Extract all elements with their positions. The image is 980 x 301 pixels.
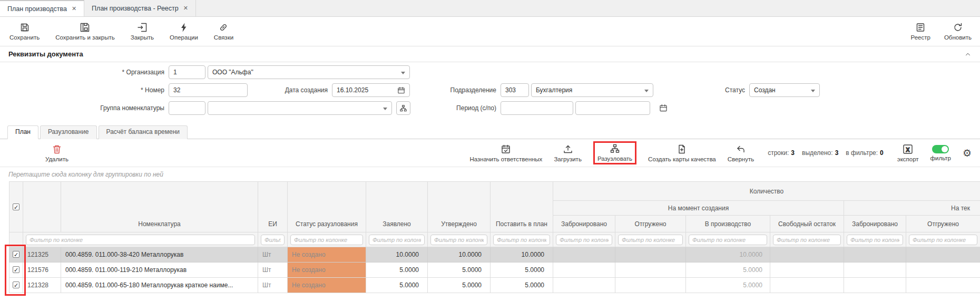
window-tab-bar: План производства ✕ План производства - … (0, 0, 980, 17)
period-calendar-button[interactable] (656, 101, 670, 115)
unravel-button[interactable]: Разузловать (597, 143, 632, 162)
column-header-free[interactable]: Свободный остаток (770, 216, 844, 232)
chevron-down-icon (401, 72, 405, 74)
row-checkbox-cell: ✓ (9, 263, 23, 278)
cell-id: 121328 (23, 278, 61, 293)
column-header-declared[interactable]: Заявлено (366, 182, 428, 232)
table-row[interactable]: ✓ 121576 000.4859. 011.000-119-210 Метал… (9, 263, 980, 278)
toggle-on-icon[interactable] (932, 145, 949, 153)
cell-shipped (615, 247, 686, 263)
gear-icon[interactable]: ⚙ (963, 148, 972, 158)
column-header-to-plan[interactable]: Поставить в план (491, 182, 553, 232)
cell-id: 121576 (23, 263, 61, 278)
column-header-production[interactable]: В производство (686, 216, 770, 232)
row-checkbox[interactable]: ✓ (13, 251, 19, 258)
cell-status: Не создано (288, 247, 366, 263)
filter-input-booked[interactable] (556, 235, 612, 245)
column-header-shipped[interactable]: Отгружено (615, 216, 686, 232)
cell-declared: 5.0000 (366, 263, 428, 278)
create-quality-maps-button[interactable]: Создать карты качества (648, 144, 716, 162)
annotation-box-unravel: Разузловать (593, 141, 636, 164)
filter-input-declared[interactable] (369, 235, 425, 245)
filter-input-approved[interactable] (430, 235, 487, 245)
window-tab-plan[interactable]: План производства ✕ (0, 0, 84, 16)
column-header-id[interactable] (23, 182, 61, 232)
assign-responsible-button[interactable]: Назначить ответственных (470, 144, 543, 162)
nomenclature-group-code-field[interactable] (169, 101, 205, 115)
filter-input-booked2[interactable] (847, 235, 903, 245)
cell-booked (553, 263, 615, 278)
save-icon (19, 22, 30, 33)
column-header-booked2[interactable]: Забронировано (844, 216, 906, 232)
link-icon (218, 22, 229, 33)
delete-button[interactable]: Удалить (45, 144, 68, 162)
table-row[interactable]: ✓ 121325 000.4859. 011.000-38-420 Металл… (9, 247, 980, 263)
tab-unraveling[interactable]: Разузлование (40, 125, 97, 139)
column-header-shipped2[interactable]: Отгружено (906, 216, 980, 232)
row-checkbox[interactable]: ✓ (13, 281, 19, 288)
department-value: Бухгалтерия (536, 86, 572, 94)
main-toolbar: Сохранить Сохранить и закрыть Закрыть Оп… (0, 17, 980, 46)
close-tab-icon[interactable]: ✕ (72, 5, 76, 12)
period-from-field[interactable] (501, 101, 573, 115)
row-checkbox[interactable]: ✓ (13, 266, 19, 273)
organization-code-field[interactable] (169, 65, 205, 79)
collapse-label: Свернуть (728, 156, 754, 162)
load-button[interactable]: Загрузить (554, 144, 582, 162)
filter-toggle-button[interactable]: фильтр (930, 145, 951, 161)
tab-plan[interactable]: План (7, 125, 38, 139)
links-button[interactable]: Связки (214, 22, 233, 41)
department-code-field[interactable] (501, 83, 529, 97)
cell-shipped (615, 278, 686, 293)
period-to-field[interactable] (575, 101, 650, 115)
filter-input-shipped[interactable] (618, 235, 683, 245)
close-button[interactable]: Закрыть (131, 22, 154, 41)
close-tab-icon[interactable]: ✕ (183, 5, 188, 12)
band-at-creation: На момент создания (553, 201, 844, 216)
nomenclature-group-label: Группа номенклатуры (0, 101, 164, 115)
grid-counters: строки:3 выделено:3 в фильтре:0 (768, 149, 884, 157)
save-and-close-button[interactable]: Сохранить и закрыть (55, 22, 115, 41)
filter-input-to-plan[interactable] (493, 235, 550, 245)
cell-booked2 (844, 247, 906, 263)
filter-input-production[interactable] (689, 235, 767, 245)
row-checkbox-cell: ✓ (9, 278, 23, 293)
cell-unit: Шт (258, 263, 288, 278)
filter-input-nomenclature[interactable] (26, 235, 255, 245)
status-select[interactable]: Создан (749, 83, 820, 97)
nomenclature-group-select[interactable] (208, 101, 392, 115)
save-button[interactable]: Сохранить (9, 22, 40, 41)
cell-production: 5.0000 (686, 263, 770, 278)
filter-input-shipped2[interactable] (909, 235, 977, 245)
collapse-button[interactable]: Свернуть (728, 144, 754, 162)
tab-time-balance[interactable]: Расчёт баланса времени (99, 125, 188, 139)
close-label: Закрыть (131, 34, 154, 41)
filter-input-free[interactable] (773, 235, 841, 245)
filtered-counter: в фильтре:0 (846, 149, 883, 157)
registry-button[interactable]: Реестр (911, 22, 930, 41)
column-header-approved[interactable]: Утверждено (428, 182, 491, 232)
department-label: Подразделение (395, 83, 496, 97)
operations-button[interactable]: Операции (170, 22, 198, 41)
cell-approved: 5.0000 (428, 278, 491, 293)
cell-production: 10.0000 (686, 247, 770, 263)
department-select[interactable]: Бухгалтерия (531, 83, 653, 97)
table-row[interactable]: ✓ 121328 000.4859. 011.000-65-180 Металл… (9, 278, 980, 293)
window-tab-plan-registry[interactable]: План производства - Реестр ✕ (84, 0, 196, 16)
column-header-nomenclature[interactable]: Номенклатура (61, 182, 258, 232)
period-label: Период (с/по) (395, 101, 496, 115)
collapse-section-icon[interactable] (964, 51, 972, 58)
select-all-cell: ✓ (9, 182, 23, 232)
delete-label: Удалить (45, 156, 68, 162)
export-excel-button[interactable]: X экспорт (897, 144, 919, 162)
column-header-status[interactable]: Статус разузлования (288, 182, 366, 232)
column-header-unit[interactable]: ЕИ (258, 182, 288, 232)
group-by-drop-zone[interactable]: Перетащите сюда колонку для группировки … (0, 167, 980, 181)
organization-select[interactable]: ООО "Альфа" (208, 65, 410, 79)
cell-unit: Шт (258, 278, 288, 293)
filter-input-unit[interactable] (261, 235, 285, 245)
refresh-button[interactable]: Обновить (944, 22, 972, 41)
select-all-checkbox[interactable]: ✓ (13, 203, 19, 210)
column-header-booked[interactable]: Забронировано (553, 216, 615, 232)
filter-input-status[interactable] (290, 235, 363, 245)
